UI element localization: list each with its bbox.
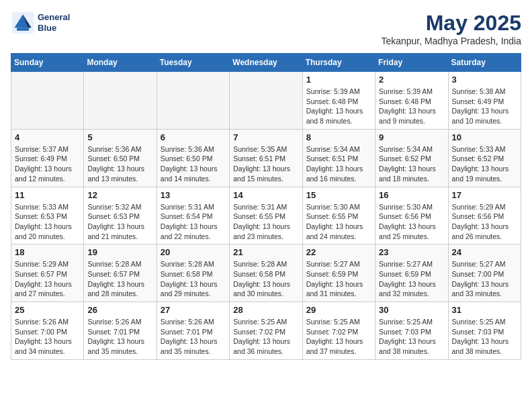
- calendar-cell: [157, 72, 229, 130]
- day-info: Sunrise: 5:39 AM Sunset: 6:48 PM Dayligh…: [306, 87, 371, 126]
- day-info: Sunrise: 5:34 AM Sunset: 6:51 PM Dayligh…: [306, 144, 371, 184]
- day-info: Sunrise: 5:31 AM Sunset: 6:54 PM Dayligh…: [161, 202, 226, 242]
- day-number: 28: [233, 305, 298, 315]
- calendar-cell: 11Sunrise: 5:33 AM Sunset: 6:53 PM Dayli…: [11, 187, 84, 244]
- column-header-wednesday: Wednesday: [230, 54, 302, 72]
- day-number: 22: [306, 247, 371, 257]
- day-number: 6: [161, 132, 226, 142]
- calendar-cell: 3Sunrise: 5:38 AM Sunset: 6:49 PM Daylig…: [448, 72, 521, 130]
- day-number: 30: [379, 305, 444, 315]
- day-number: 29: [306, 305, 371, 315]
- day-number: 25: [15, 305, 80, 315]
- day-info: Sunrise: 5:27 AM Sunset: 6:59 PM Dayligh…: [379, 259, 444, 299]
- calendar-cell: 31Sunrise: 5:25 AM Sunset: 7:03 PM Dayli…: [448, 302, 521, 360]
- calendar-cell: 7Sunrise: 5:35 AM Sunset: 6:51 PM Daylig…: [230, 129, 302, 187]
- day-info: Sunrise: 5:25 AM Sunset: 7:03 PM Dayligh…: [379, 317, 444, 357]
- day-number: 5: [87, 132, 152, 142]
- column-header-monday: Monday: [84, 54, 157, 72]
- main-title: May 2025: [381, 11, 521, 36]
- day-info: Sunrise: 5:36 AM Sunset: 6:50 PM Dayligh…: [161, 144, 226, 184]
- day-info: Sunrise: 5:26 AM Sunset: 7:00 PM Dayligh…: [15, 317, 80, 357]
- day-info: Sunrise: 5:33 AM Sunset: 6:53 PM Dayligh…: [15, 202, 80, 242]
- day-number: 21: [233, 247, 298, 257]
- subtitle: Tekanpur, Madhya Pradesh, India: [381, 36, 521, 46]
- day-number: 2: [379, 75, 444, 85]
- day-number: 3: [452, 75, 517, 85]
- calendar-cell: 13Sunrise: 5:31 AM Sunset: 6:54 PM Dayli…: [157, 187, 229, 244]
- day-info: Sunrise: 5:28 AM Sunset: 6:57 PM Dayligh…: [87, 259, 152, 299]
- day-info: Sunrise: 5:36 AM Sunset: 6:50 PM Dayligh…: [87, 144, 152, 184]
- calendar-cell: 18Sunrise: 5:29 AM Sunset: 6:57 PM Dayli…: [11, 244, 84, 302]
- day-number: 4: [15, 132, 80, 142]
- calendar-cell: 1Sunrise: 5:39 AM Sunset: 6:48 PM Daylig…: [302, 72, 375, 130]
- day-number: 11: [15, 190, 80, 200]
- calendar-cell: 5Sunrise: 5:36 AM Sunset: 6:50 PM Daylig…: [84, 129, 157, 187]
- calendar-cell: 20Sunrise: 5:28 AM Sunset: 6:58 PM Dayli…: [157, 244, 229, 302]
- day-info: Sunrise: 5:30 AM Sunset: 6:56 PM Dayligh…: [379, 202, 444, 242]
- day-info: Sunrise: 5:37 AM Sunset: 6:49 PM Dayligh…: [15, 144, 80, 184]
- day-number: 16: [379, 190, 444, 200]
- calendar-cell: 24Sunrise: 5:27 AM Sunset: 7:00 PM Dayli…: [448, 244, 521, 302]
- calendar-cell: 17Sunrise: 5:29 AM Sunset: 6:56 PM Dayli…: [448, 187, 521, 244]
- day-info: Sunrise: 5:25 AM Sunset: 7:02 PM Dayligh…: [306, 317, 371, 357]
- day-info: Sunrise: 5:33 AM Sunset: 6:52 PM Dayligh…: [452, 144, 517, 184]
- day-number: 8: [306, 132, 371, 142]
- title-block: May 2025 Tekanpur, Madhya Pradesh, India: [381, 11, 521, 46]
- logo-line1: General: [38, 12, 70, 23]
- day-info: Sunrise: 5:28 AM Sunset: 6:58 PM Dayligh…: [233, 259, 298, 299]
- calendar-cell: 6Sunrise: 5:36 AM Sunset: 6:50 PM Daylig…: [157, 129, 229, 187]
- logo: General Blue: [11, 11, 70, 35]
- calendar-cell: 14Sunrise: 5:31 AM Sunset: 6:55 PM Dayli…: [230, 187, 302, 244]
- week-row-1: 1Sunrise: 5:39 AM Sunset: 6:48 PM Daylig…: [11, 72, 521, 130]
- calendar-cell: [230, 72, 302, 130]
- day-number: 15: [306, 190, 371, 200]
- calendar-cell: 10Sunrise: 5:33 AM Sunset: 6:52 PM Dayli…: [448, 129, 521, 187]
- calendar-cell: 15Sunrise: 5:30 AM Sunset: 6:55 PM Dayli…: [302, 187, 375, 244]
- header-row: SundayMondayTuesdayWednesdayThursdayFrid…: [11, 54, 521, 72]
- calendar-cell: 25Sunrise: 5:26 AM Sunset: 7:00 PM Dayli…: [11, 302, 84, 360]
- column-header-tuesday: Tuesday: [157, 54, 229, 72]
- day-number: 31: [452, 305, 517, 315]
- calendar-cell: 2Sunrise: 5:39 AM Sunset: 6:48 PM Daylig…: [375, 72, 448, 130]
- calendar-cell: 9Sunrise: 5:34 AM Sunset: 6:52 PM Daylig…: [375, 129, 448, 187]
- day-info: Sunrise: 5:25 AM Sunset: 7:02 PM Dayligh…: [233, 317, 298, 357]
- calendar-cell: 27Sunrise: 5:26 AM Sunset: 7:01 PM Dayli…: [157, 302, 229, 360]
- day-info: Sunrise: 5:31 AM Sunset: 6:55 PM Dayligh…: [233, 202, 298, 242]
- day-number: 1: [306, 75, 371, 85]
- logo-icon: [11, 11, 35, 35]
- calendar-cell: 19Sunrise: 5:28 AM Sunset: 6:57 PM Dayli…: [84, 244, 157, 302]
- day-info: Sunrise: 5:34 AM Sunset: 6:52 PM Dayligh…: [379, 144, 444, 184]
- page-header: General Blue May 2025 Tekanpur, Madhya P…: [11, 11, 521, 46]
- calendar-cell: 23Sunrise: 5:27 AM Sunset: 6:59 PM Dayli…: [375, 244, 448, 302]
- calendar-cell: 21Sunrise: 5:28 AM Sunset: 6:58 PM Dayli…: [230, 244, 302, 302]
- week-row-4: 18Sunrise: 5:29 AM Sunset: 6:57 PM Dayli…: [11, 244, 521, 302]
- calendar-cell: 30Sunrise: 5:25 AM Sunset: 7:03 PM Dayli…: [375, 302, 448, 360]
- day-info: Sunrise: 5:27 AM Sunset: 7:00 PM Dayligh…: [452, 259, 517, 299]
- week-row-3: 11Sunrise: 5:33 AM Sunset: 6:53 PM Dayli…: [11, 187, 521, 244]
- calendar-table: SundayMondayTuesdayWednesdayThursdayFrid…: [11, 53, 521, 360]
- day-info: Sunrise: 5:29 AM Sunset: 6:57 PM Dayligh…: [15, 259, 80, 299]
- column-header-thursday: Thursday: [302, 54, 375, 72]
- day-info: Sunrise: 5:35 AM Sunset: 6:51 PM Dayligh…: [233, 144, 298, 184]
- calendar-cell: 22Sunrise: 5:27 AM Sunset: 6:59 PM Dayli…: [302, 244, 375, 302]
- day-number: 9: [379, 132, 444, 142]
- column-header-sunday: Sunday: [11, 54, 84, 72]
- week-row-5: 25Sunrise: 5:26 AM Sunset: 7:00 PM Dayli…: [11, 302, 521, 360]
- calendar-cell: 8Sunrise: 5:34 AM Sunset: 6:51 PM Daylig…: [302, 129, 375, 187]
- day-number: 27: [161, 305, 226, 315]
- day-number: 26: [87, 305, 152, 315]
- svg-rect-3: [17, 28, 29, 31]
- day-info: Sunrise: 5:30 AM Sunset: 6:55 PM Dayligh…: [306, 202, 371, 242]
- day-number: 17: [452, 190, 517, 200]
- calendar-cell: 26Sunrise: 5:26 AM Sunset: 7:01 PM Dayli…: [84, 302, 157, 360]
- day-info: Sunrise: 5:26 AM Sunset: 7:01 PM Dayligh…: [161, 317, 226, 357]
- calendar-cell: 12Sunrise: 5:32 AM Sunset: 6:53 PM Dayli…: [84, 187, 157, 244]
- day-number: 12: [87, 190, 152, 200]
- week-row-2: 4Sunrise: 5:37 AM Sunset: 6:49 PM Daylig…: [11, 129, 521, 187]
- calendar-cell: 16Sunrise: 5:30 AM Sunset: 6:56 PM Dayli…: [375, 187, 448, 244]
- day-info: Sunrise: 5:27 AM Sunset: 6:59 PM Dayligh…: [306, 259, 371, 299]
- calendar-cell: 28Sunrise: 5:25 AM Sunset: 7:02 PM Dayli…: [230, 302, 302, 360]
- day-info: Sunrise: 5:26 AM Sunset: 7:01 PM Dayligh…: [87, 317, 152, 357]
- logo-line2: Blue: [38, 23, 70, 34]
- day-number: 19: [87, 247, 152, 257]
